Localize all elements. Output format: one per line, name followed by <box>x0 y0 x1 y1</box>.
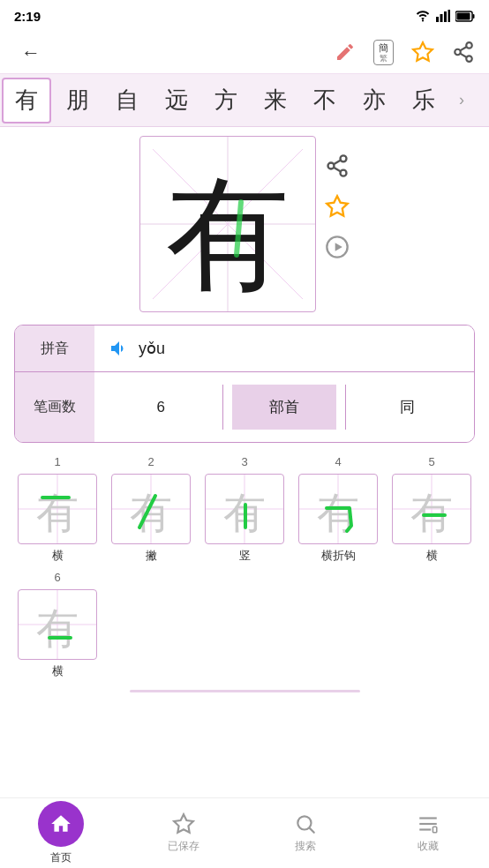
back-button[interactable]: ← <box>14 38 48 68</box>
svg-text:有: 有 <box>130 490 172 536</box>
home-icon <box>49 812 72 835</box>
search-icon <box>294 812 317 835</box>
svg-point-17 <box>341 155 347 161</box>
char-strip-item-3[interactable]: 远 <box>152 74 201 127</box>
stroke-box-2[interactable]: 有 <box>111 474 191 544</box>
char-strip-item-1[interactable]: 朋 <box>53 74 102 127</box>
nav-collection[interactable]: 收藏 <box>367 798 490 868</box>
share-icon[interactable] <box>452 41 475 64</box>
stroke-label-6: 横 <box>52 663 64 679</box>
scroll-hint <box>14 690 475 692</box>
char-strip-item-7[interactable]: 亦 <box>350 74 399 127</box>
svg-rect-2 <box>440 14 443 22</box>
pinyin-content: yǒu <box>94 326 474 371</box>
svg-rect-39 <box>419 828 431 830</box>
stroke-num-5: 5 <box>428 455 434 468</box>
stroke-box-4[interactable]: 有 <box>298 474 378 544</box>
status-time: 2:19 <box>14 9 41 24</box>
svg-rect-6 <box>457 12 470 19</box>
svg-line-12 <box>460 48 466 51</box>
pinyin-label: 拼音 <box>15 326 94 371</box>
stroke-item-2: 2 有 撇 <box>108 455 194 564</box>
stroke-label-1: 横 <box>52 548 64 564</box>
svg-rect-4 <box>448 10 451 22</box>
svg-text:有: 有 <box>36 605 79 652</box>
nav-collection-label: 收藏 <box>418 839 439 854</box>
toolbar: ← 簡 繁 <box>0 32 489 74</box>
wifi-icon <box>415 10 431 22</box>
side-play-icon[interactable] <box>325 235 350 259</box>
svg-line-21 <box>334 161 341 165</box>
svg-point-18 <box>328 163 335 169</box>
segment-divider-2 <box>345 385 346 430</box>
stroke-count-label: 笔画数 <box>15 372 94 442</box>
char-strip-item-8[interactable]: 乐 <box>399 74 448 127</box>
side-share-icon[interactable] <box>325 153 350 178</box>
char-strip-item-5[interactable]: 来 <box>251 74 300 127</box>
char-strip-item-6[interactable]: 不 <box>300 74 350 127</box>
main-char-svg: 有 <box>153 149 303 299</box>
bottom-nav: 首页 已保存 搜索 收藏 <box>0 797 489 868</box>
svg-rect-1 <box>436 17 439 22</box>
stroke-item-6: 6 有 横 <box>14 571 101 679</box>
nav-search[interactable]: 搜索 <box>244 798 367 868</box>
status-bar: 2:19 <box>0 0 489 32</box>
svg-rect-40 <box>433 827 436 833</box>
svg-text:有: 有 <box>410 490 453 536</box>
nav-home[interactable]: 首页 <box>0 798 123 868</box>
stroke-label-5: 横 <box>426 548 438 564</box>
svg-text:有: 有 <box>166 167 290 299</box>
stroke-item-3: 3 有 竖 <box>201 455 288 564</box>
svg-line-20 <box>334 168 341 172</box>
simp-trad-button[interactable]: 簡 繁 <box>373 40 394 66</box>
battery-icon <box>455 11 475 22</box>
stroke-box-6[interactable]: 有 <box>18 589 97 660</box>
svg-line-36 <box>310 828 314 833</box>
svg-point-8 <box>466 43 472 49</box>
char-strip-item-2[interactable]: 自 <box>102 74 152 127</box>
speaker-icon[interactable] <box>109 338 130 359</box>
stroke-box-3[interactable]: 有 <box>205 474 284 544</box>
radical-label[interactable]: 部首 <box>232 385 337 430</box>
stroke-box-5[interactable]: 有 <box>392 474 471 544</box>
info-stroke-row: 笔画数 6 部首 同 <box>15 372 474 442</box>
edit-icon[interactable] <box>335 41 356 63</box>
stroke-label-2: 撇 <box>146 548 157 564</box>
strokes-section: 1 有 横 2 有 撇 3 <box>0 446 489 679</box>
segment-divider-1 <box>222 385 223 430</box>
svg-point-0 <box>422 19 424 21</box>
side-star-icon[interactable] <box>325 194 350 219</box>
svg-point-19 <box>341 170 347 176</box>
svg-text:有: 有 <box>317 490 359 536</box>
char-strip-item-0[interactable]: 有 <box>2 78 51 123</box>
stroke-num-2: 2 <box>147 455 154 468</box>
stroke-item-4: 4 有 横折钩 <box>295 455 381 564</box>
svg-marker-23 <box>335 243 342 251</box>
stroke-num-1: 1 <box>54 455 60 468</box>
nav-search-label: 搜索 <box>295 839 316 854</box>
svg-rect-37 <box>419 817 437 819</box>
signal-icon <box>436 10 450 22</box>
main-display: 有 <box>0 127 489 321</box>
svg-rect-7 <box>473 14 475 19</box>
stroke-count-content: 6 部首 同 <box>94 372 474 442</box>
stroke-grid-2: 6 有 横 <box>14 571 475 679</box>
toolbar-right: 簡 繁 <box>335 40 475 66</box>
info-pinyin-row: 拼音 yǒu <box>15 326 474 372</box>
stroke-label-4: 横折钩 <box>321 548 356 564</box>
stroke-item-1: 1 有 横 <box>14 455 101 564</box>
nav-saved-label: 已保存 <box>168 839 199 854</box>
char-strip-item-4[interactable]: 方 <box>201 74 251 127</box>
saved-icon <box>172 812 195 835</box>
same-label[interactable]: 同 <box>355 385 460 430</box>
nav-saved[interactable]: 已保存 <box>123 798 245 868</box>
char-strip-more[interactable]: › <box>448 91 475 109</box>
svg-rect-3 <box>444 11 447 22</box>
svg-rect-38 <box>419 823 437 825</box>
svg-point-9 <box>455 49 461 56</box>
stroke-count-value: 6 <box>109 385 214 430</box>
char-canvas: 有 <box>139 136 316 312</box>
stroke-box-1[interactable]: 有 <box>18 474 97 544</box>
favorite-icon[interactable] <box>411 41 434 64</box>
svg-line-11 <box>460 54 466 57</box>
